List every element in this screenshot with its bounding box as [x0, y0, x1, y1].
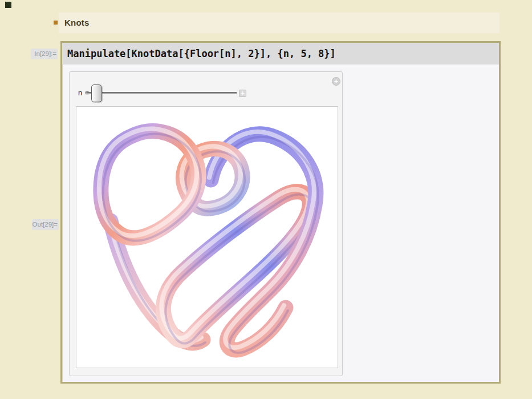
knot-svg: [76, 107, 338, 368]
manipulate-options-plus-icon[interactable]: +: [332, 77, 340, 86]
window-corner-square: [5, 2, 11, 8]
slider-thumb[interactable]: [91, 84, 102, 102]
slider-variable-label: n: [78, 88, 82, 97]
section-title: Knots: [64, 18, 90, 27]
knot-3d-graphic[interactable]: [76, 106, 338, 368]
section-header-cell[interactable]: [59, 13, 499, 33]
slider-track[interactable]: [87, 92, 237, 94]
section-bullet-icon: [54, 21, 58, 25]
input-cell-label: In[29]:=: [31, 49, 58, 59]
output-cell-label: Out[29]=: [32, 219, 59, 230]
slider-expand-plus-icon[interactable]: +: [239, 90, 246, 97]
input-code-text[interactable]: Manipulate[KnotData[{Floor[n], 2}], {n, …: [67, 43, 336, 65]
